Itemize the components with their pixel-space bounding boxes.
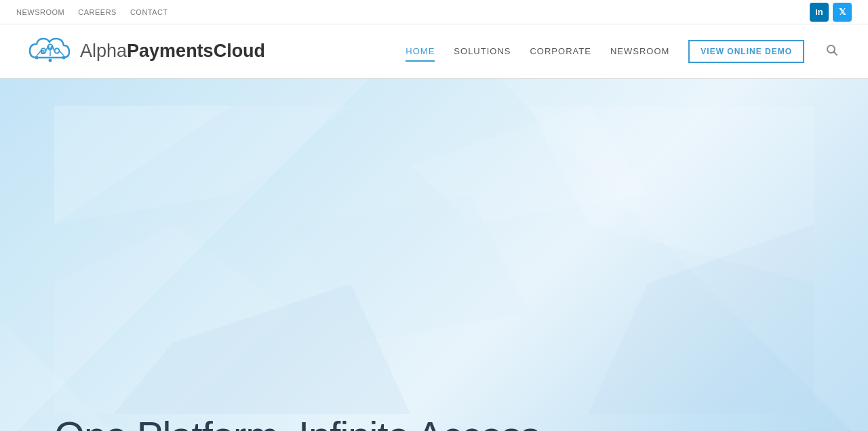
main-nav: B M AlphaPaymentsCloud HOME SOLUTIONS CO…	[0, 24, 868, 79]
hero-title: One Platform. Infinite Access.	[54, 414, 814, 431]
svg-marker-15	[54, 106, 233, 224]
svg-line-4	[53, 47, 55, 51]
svg-marker-21	[589, 224, 814, 414]
svg-text:B: B	[41, 49, 45, 56]
topbar-newsroom[interactable]: NEWSROOM	[16, 8, 64, 16]
hero-section: One Platform. Infinite Access. ≡ PRODUCT…	[0, 79, 868, 431]
svg-point-8	[35, 56, 39, 59]
logo-text: AlphaPaymentsCloud	[80, 42, 265, 60]
social-icons: in 𝕏	[810, 3, 852, 22]
svg-marker-17	[529, 106, 814, 284]
logo-icon: B M	[27, 32, 73, 71]
nav-links: HOME SOLUTIONS CORPORATE NEWSROOM VIEW O…	[406, 40, 841, 63]
demo-button[interactable]: VIEW ONLINE DEMO	[688, 40, 804, 63]
topbar-contact[interactable]: CONTACT	[130, 8, 168, 16]
svg-line-14	[834, 52, 837, 55]
svg-point-10	[62, 56, 66, 59]
nav-corporate[interactable]: CORPORATE	[530, 43, 591, 59]
nav-newsroom[interactable]: NEWSROOM	[610, 43, 669, 59]
logo[interactable]: B M AlphaPaymentsCloud	[27, 32, 265, 71]
svg-text:M: M	[47, 45, 53, 52]
twitter-button[interactable]: 𝕏	[833, 3, 852, 22]
svg-point-2	[55, 48, 60, 53]
svg-marker-16	[54, 106, 351, 224]
topbar-careers[interactable]: CAREERS	[78, 8, 117, 16]
svg-line-6	[60, 51, 64, 56]
svg-marker-19	[410, 106, 648, 224]
nav-home[interactable]: HOME	[406, 43, 435, 59]
svg-marker-22	[292, 194, 529, 343]
svg-marker-18	[54, 224, 292, 414]
top-bar: NEWSROOM CAREERS CONTACT in 𝕏	[0, 0, 868, 24]
linkedin-button[interactable]: in	[810, 3, 829, 22]
top-bar-links: NEWSROOM CAREERS CONTACT	[16, 8, 168, 16]
search-icon[interactable]	[823, 41, 841, 62]
nav-solutions[interactable]: SOLUTIONS	[454, 43, 511, 59]
svg-marker-20	[114, 284, 411, 415]
svg-point-9	[49, 58, 52, 62]
